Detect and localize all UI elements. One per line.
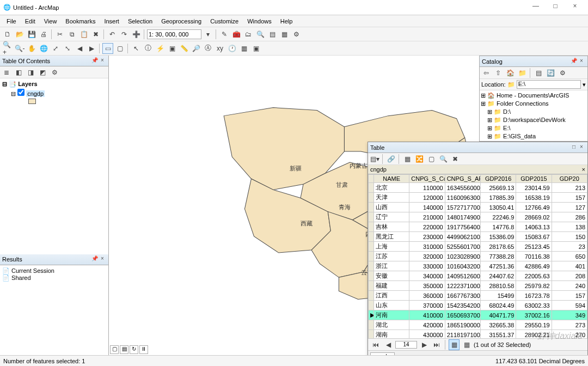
table-header[interactable]: GDP2015 (516, 175, 552, 183)
model-builder-icon[interactable]: ⚙ (291, 29, 302, 40)
map-view[interactable]: 新疆西藏甘肃青海内蒙古宁夏陕西四川重庆贵州云南广西广东湖南江西福建山西河北北京天… (109, 56, 588, 355)
search-window-icon[interactable]: 🔍 (255, 29, 266, 40)
menu-help[interactable]: Help (276, 16, 297, 26)
pause-drawing-icon[interactable]: ⏸ (139, 345, 148, 354)
related-tables-icon[interactable]: 🔗 (385, 154, 396, 164)
table-row[interactable]: 福建35000012223710000028810.5825979.82240 (369, 281, 587, 291)
table-header[interactable]: CNPG_S_Cod (409, 175, 445, 183)
layout-view-tab[interactable]: ▤ (120, 345, 128, 354)
new-icon[interactable]: 🗋 (2, 29, 13, 40)
delete-selected-icon[interactable]: ✖ (450, 154, 461, 164)
refresh-view-icon[interactable]: ↻ (130, 345, 138, 354)
full-extent-icon[interactable]: 🌐 (38, 43, 49, 54)
nav-position-input[interactable] (395, 341, 417, 349)
catalog-location-input[interactable]: E:\ (517, 80, 581, 89)
table-row[interactable]: 上海310000525560170028178.6525123.4523 (369, 242, 587, 252)
minimize-button[interactable]: — (526, 2, 546, 13)
table-options-icon[interactable]: ▤▾ (369, 154, 380, 164)
viewer-window-icon[interactable]: ▣ (250, 43, 261, 54)
pan-icon[interactable]: ✋ (26, 43, 37, 54)
maximize-button[interactable]: □ (546, 2, 565, 13)
zoom-selected-icon[interactable]: 🔍 (438, 154, 449, 164)
list-by-drawing-order-icon[interactable]: ≣ (1, 67, 12, 78)
catalog-pin-icon[interactable]: 📌 (570, 58, 578, 65)
select-by-attributes-icon[interactable]: ▦ (402, 154, 413, 164)
forward-extent-icon[interactable]: ▶ (86, 43, 97, 54)
catalog-up-icon[interactable]: ⇧ (493, 68, 504, 78)
list-by-source-icon[interactable]: ◧ (13, 67, 24, 78)
catalog-location-dropdown-icon[interactable]: ▾ (583, 81, 586, 88)
table-row[interactable]: 吉林22000019177564000014776.814063.13138 (369, 222, 587, 232)
show-all-icon[interactable]: ▦ (449, 339, 460, 350)
menu-selection[interactable]: Selection (124, 16, 157, 26)
redo-icon[interactable]: ↷ (119, 29, 130, 40)
menu-geoprocessing[interactable]: Geoprocessing (157, 16, 206, 26)
table-row[interactable]: 山西14000015727177000013050.4112766.49127 (369, 203, 587, 212)
fixed-zoom-in-icon[interactable]: ⤢ (50, 43, 61, 54)
nav-next-icon[interactable]: ▶ (419, 339, 430, 350)
results-close-icon[interactable]: × (99, 255, 106, 263)
table-tab[interactable]: cngdp (370, 352, 395, 356)
table-row[interactable]: ▶河南41000016506937000040471.7937002.16349 (369, 310, 587, 320)
menu-customize[interactable]: Customize (206, 16, 243, 26)
add-data-icon[interactable]: ➕ (131, 29, 142, 40)
paste-icon[interactable]: 📋 (78, 29, 89, 40)
table-row[interactable]: 山东37000015423542000068024.4963002.33594 (369, 301, 587, 310)
zoom-in-icon[interactable]: 🔍+ (2, 43, 13, 54)
list-by-visibility-icon[interactable]: ◨ (25, 67, 36, 78)
open-icon[interactable]: 📂 (14, 29, 25, 40)
table-row[interactable]: 黑龙江23000044990621000015386.0915083.67150 (369, 232, 587, 242)
table-header[interactable]: GDP20 (552, 175, 587, 183)
menu-insert[interactable]: Insert (100, 16, 124, 26)
copy-icon[interactable]: ⧉ (66, 29, 77, 40)
table-row[interactable]: 北京1100001634556000025669.1323014.59213 (369, 183, 587, 193)
table-header[interactable]: CNPG_S_ARE (445, 175, 480, 183)
identify-icon[interactable]: ⓘ (143, 43, 154, 54)
table-header[interactable]: GDP2016 (480, 175, 516, 183)
toc-root[interactable]: ⊟ 📑 Layers (2, 81, 106, 88)
menu-file[interactable]: File (2, 16, 21, 26)
catalog-node[interactable]: ⊞ 🧰 Toolboxes (481, 141, 586, 141)
nav-last-icon[interactable]: ⏭ (431, 339, 442, 350)
table-row[interactable]: 湖北42000018651900000032665.3829550.19273 (369, 320, 587, 330)
layer-visibility-checkbox[interactable] (17, 89, 24, 96)
toolbox-icon[interactable]: 🧰 (231, 29, 242, 40)
table-tab-close-icon[interactable]: × (582, 166, 585, 173)
goto-xy-icon[interactable]: xy (215, 43, 225, 54)
select-features-icon[interactable]: ▭ (102, 43, 113, 54)
list-by-selection-icon[interactable]: ◩ (37, 67, 48, 78)
toc-pin-icon[interactable]: 📌 (91, 57, 99, 65)
html-popup-icon[interactable]: ▣ (167, 43, 177, 54)
table-header[interactable] (369, 175, 374, 183)
clear-selection-table-icon[interactable]: ▢ (426, 154, 437, 164)
measure-icon[interactable]: 📏 (179, 43, 189, 54)
table-max-icon[interactable]: □ (570, 144, 578, 151)
catalog-node[interactable]: ⊞ 📁 Folder Connections (481, 100, 586, 108)
catalog-window-icon[interactable]: 🗂 (243, 29, 254, 40)
scale-dropdown-icon[interactable]: ▾ (203, 29, 213, 40)
table-header[interactable]: NAME (374, 175, 409, 183)
hyperlink-icon[interactable]: ⚡ (155, 43, 166, 54)
fixed-zoom-out-icon[interactable]: ⤡ (62, 43, 73, 54)
catalog-view-icon[interactable]: ▤ (533, 68, 544, 78)
catalog-node[interactable]: ⊞ 📁 D:\ (481, 108, 586, 116)
zoom-out-icon[interactable]: 🔍- (14, 43, 25, 54)
catalog-connect-icon[interactable]: 📁 (517, 68, 528, 78)
toc-close-icon[interactable]: × (99, 57, 106, 65)
switch-selection-icon[interactable]: 🔀 (414, 154, 425, 164)
show-selected-icon[interactable]: ▦ (461, 339, 472, 350)
table-of-contents-icon[interactable]: ▤ (267, 29, 278, 40)
cut-icon[interactable]: ✂ (54, 29, 65, 40)
data-view-tab[interactable]: ▢ (110, 345, 119, 354)
print-icon[interactable]: 🖨 (38, 29, 49, 40)
results-pin-icon[interactable]: 📌 (91, 255, 99, 263)
table-row[interactable]: 浙江33000010160432000047251.3642886.49401 (369, 261, 587, 271)
save-icon[interactable]: 💾 (26, 29, 37, 40)
table-row[interactable]: 天津1200001160096300017885.3916538.19157 (369, 193, 587, 203)
delete-icon[interactable]: ✖ (90, 29, 101, 40)
table-row[interactable]: 江西3600001667767300001549916723.78157 (369, 291, 587, 301)
undo-icon[interactable]: ↶ (107, 29, 118, 40)
catalog-node[interactable]: ⊞ 📁 D:\workspace\DevWork (481, 116, 586, 124)
find-icon[interactable]: 🔎 (191, 43, 201, 54)
table-row[interactable]: 江苏32000010230289000077388.2870116.38650 (369, 252, 587, 261)
